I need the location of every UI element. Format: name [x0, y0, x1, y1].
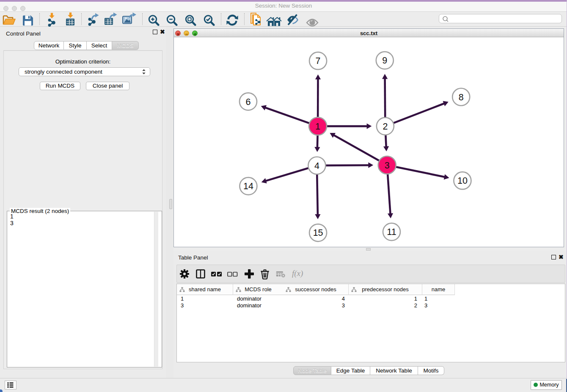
svg-text:10: 10: [457, 176, 468, 186]
svg-text:9: 9: [382, 55, 387, 66]
svg-text:3: 3: [385, 160, 390, 171]
svg-text:4: 4: [314, 161, 319, 171]
svg-text:1: 1: [315, 121, 320, 132]
svg-text:2: 2: [383, 121, 388, 132]
svg-text:7: 7: [316, 56, 321, 66]
svg-text:11: 11: [387, 227, 396, 237]
svg-text:15: 15: [313, 228, 323, 238]
svg-text:8: 8: [459, 92, 464, 102]
svg-text:14: 14: [243, 181, 253, 191]
svg-text:6: 6: [246, 97, 251, 107]
